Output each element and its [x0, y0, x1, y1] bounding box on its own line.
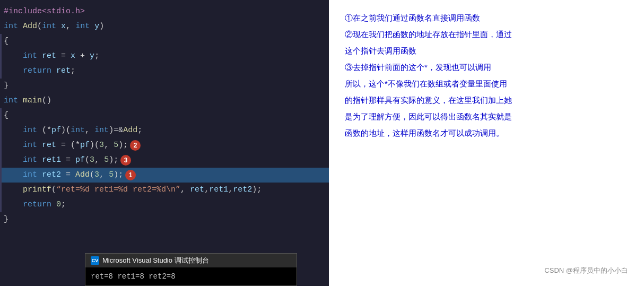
watermark: CSDN @程序员中的小小白: [345, 261, 628, 275]
code-line-10: int ret = (*pf)(3, 5);2: [0, 138, 329, 153]
explanation-point-3d: 是为了理解方便，因此可以得出函数名其实就是: [345, 109, 628, 124]
code-line-12: int ret2 = Add(3, 5);1: [0, 168, 329, 183]
code-line-6: }: [0, 79, 329, 93]
explanation-point-2: ②现在我们把函数的地址存放在指针里面，通过: [345, 27, 628, 41]
code-line-9: int (*pf)(int, int)=&Add;: [0, 123, 329, 138]
code-line-11: int ret1 = pf(3, 5);3: [0, 153, 329, 168]
code-line-14: return 0;: [0, 197, 329, 212]
code-line-2: int Add(int x, int y): [0, 19, 329, 34]
explanation-point-3b: 所以，这个*不像我们在数组或者变量里面使用: [345, 76, 628, 91]
code-line-4: int ret = x + y;: [0, 49, 329, 64]
explanation-point-3e: 函数的地址，这样用函数名才可以成功调用。: [345, 126, 628, 140]
badge-3: 3: [120, 155, 131, 166]
explanation-point-1: ①在之前我们通过函数名直接调用函数: [345, 11, 628, 25]
vs-icon: CV: [91, 256, 99, 265]
console-titlebar: CV Microsoft Visual Studio 调试控制台: [85, 254, 297, 267]
code-area: #include<stdio.h> int Add(int x, int y) …: [0, 0, 329, 231]
console-popup: CV Microsoft Visual Studio 调试控制台 ret=8 r…: [85, 253, 297, 286]
code-line-8: {: [0, 108, 329, 123]
explanation-point-2b: 这个指针去调用函数: [345, 44, 628, 58]
code-line-15: }: [0, 212, 329, 227]
code-line-5: return ret;: [0, 64, 329, 79]
explanation-point-3a: ③去掉指针前面的这个*，发现也可以调用: [345, 60, 628, 74]
code-line-1: #include<stdio.h>: [0, 4, 329, 19]
console-title: Microsoft Visual Studio 调试控制台: [102, 256, 209, 265]
explanation-content: ①在之前我们通过函数名直接调用函数 ②现在我们把函数的地址存放在指针里面，通过 …: [345, 11, 628, 142]
code-panel: #include<stdio.h> int Add(int x, int y) …: [0, 0, 329, 286]
explanation-panel: ①在之前我们通过函数名直接调用函数 ②现在我们把函数的地址存放在指针里面，通过 …: [329, 0, 644, 286]
code-line-3: {: [0, 34, 329, 49]
badge-2: 2: [130, 140, 141, 151]
console-output: ret=8 ret1=8 ret2=8: [85, 267, 297, 285]
code-line-13: printf(“ret=%d ret1=%d ret2=%d\n”, ret,r…: [0, 183, 329, 197]
code-line-7: int main(): [0, 93, 329, 108]
badge-1: 1: [125, 170, 136, 180]
explanation-point-3c: 的指针那样具有实际的意义，在这里我们加上她: [345, 93, 628, 107]
